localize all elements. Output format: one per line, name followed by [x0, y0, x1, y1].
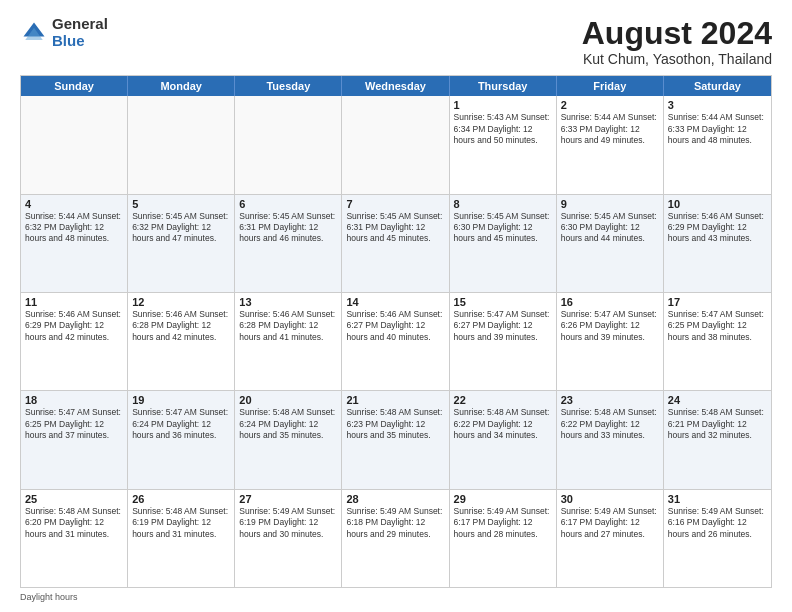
day-number: 16 [561, 296, 659, 308]
calendar-row-3: 18Sunrise: 5:47 AM Sunset: 6:25 PM Dayli… [21, 390, 771, 488]
title-block: August 2024 Kut Chum, Yasothon, Thailand [582, 16, 772, 67]
day-cell-12: 12Sunrise: 5:46 AM Sunset: 6:28 PM Dayli… [128, 293, 235, 390]
day-info: Sunrise: 5:47 AM Sunset: 6:27 PM Dayligh… [454, 309, 552, 343]
day-info: Sunrise: 5:47 AM Sunset: 6:24 PM Dayligh… [132, 407, 230, 441]
header-day-monday: Monday [128, 76, 235, 96]
day-number: 21 [346, 394, 444, 406]
day-info: Sunrise: 5:48 AM Sunset: 6:24 PM Dayligh… [239, 407, 337, 441]
calendar: SundayMondayTuesdayWednesdayThursdayFrid… [20, 75, 772, 588]
day-info: Sunrise: 5:46 AM Sunset: 6:28 PM Dayligh… [132, 309, 230, 343]
day-info: Sunrise: 5:47 AM Sunset: 6:26 PM Dayligh… [561, 309, 659, 343]
empty-cell [235, 96, 342, 193]
day-cell-23: 23Sunrise: 5:48 AM Sunset: 6:22 PM Dayli… [557, 391, 664, 488]
page-subtitle: Kut Chum, Yasothon, Thailand [582, 51, 772, 67]
calendar-row-4: 25Sunrise: 5:48 AM Sunset: 6:20 PM Dayli… [21, 489, 771, 587]
day-info: Sunrise: 5:46 AM Sunset: 6:28 PM Dayligh… [239, 309, 337, 343]
calendar-row-0: 1Sunrise: 5:43 AM Sunset: 6:34 PM Daylig… [21, 96, 771, 193]
day-cell-1: 1Sunrise: 5:43 AM Sunset: 6:34 PM Daylig… [450, 96, 557, 193]
day-number: 11 [25, 296, 123, 308]
day-info: Sunrise: 5:44 AM Sunset: 6:33 PM Dayligh… [561, 112, 659, 146]
day-info: Sunrise: 5:44 AM Sunset: 6:32 PM Dayligh… [25, 211, 123, 245]
page: General Blue August 2024 Kut Chum, Yasot… [0, 0, 792, 612]
day-cell-29: 29Sunrise: 5:49 AM Sunset: 6:17 PM Dayli… [450, 490, 557, 587]
day-number: 17 [668, 296, 767, 308]
day-cell-4: 4Sunrise: 5:44 AM Sunset: 6:32 PM Daylig… [21, 195, 128, 292]
day-cell-31: 31Sunrise: 5:49 AM Sunset: 6:16 PM Dayli… [664, 490, 771, 587]
day-number: 23 [561, 394, 659, 406]
day-number: 10 [668, 198, 767, 210]
header-day-friday: Friday [557, 76, 664, 96]
logo-icon [20, 19, 48, 47]
day-number: 12 [132, 296, 230, 308]
day-info: Sunrise: 5:49 AM Sunset: 6:19 PM Dayligh… [239, 506, 337, 540]
day-cell-7: 7Sunrise: 5:45 AM Sunset: 6:31 PM Daylig… [342, 195, 449, 292]
logo-text: General Blue [52, 16, 108, 49]
day-number: 29 [454, 493, 552, 505]
day-cell-19: 19Sunrise: 5:47 AM Sunset: 6:24 PM Dayli… [128, 391, 235, 488]
day-info: Sunrise: 5:46 AM Sunset: 6:29 PM Dayligh… [668, 211, 767, 245]
day-cell-9: 9Sunrise: 5:45 AM Sunset: 6:30 PM Daylig… [557, 195, 664, 292]
day-cell-6: 6Sunrise: 5:45 AM Sunset: 6:31 PM Daylig… [235, 195, 342, 292]
day-cell-10: 10Sunrise: 5:46 AM Sunset: 6:29 PM Dayli… [664, 195, 771, 292]
day-cell-27: 27Sunrise: 5:49 AM Sunset: 6:19 PM Dayli… [235, 490, 342, 587]
day-number: 7 [346, 198, 444, 210]
day-info: Sunrise: 5:49 AM Sunset: 6:18 PM Dayligh… [346, 506, 444, 540]
day-number: 20 [239, 394, 337, 406]
day-number: 2 [561, 99, 659, 111]
page-title: August 2024 [582, 16, 772, 51]
day-number: 14 [346, 296, 444, 308]
day-info: Sunrise: 5:48 AM Sunset: 6:23 PM Dayligh… [346, 407, 444, 441]
day-cell-25: 25Sunrise: 5:48 AM Sunset: 6:20 PM Dayli… [21, 490, 128, 587]
day-number: 15 [454, 296, 552, 308]
day-info: Sunrise: 5:48 AM Sunset: 6:19 PM Dayligh… [132, 506, 230, 540]
day-number: 5 [132, 198, 230, 210]
day-cell-24: 24Sunrise: 5:48 AM Sunset: 6:21 PM Dayli… [664, 391, 771, 488]
day-number: 26 [132, 493, 230, 505]
day-info: Sunrise: 5:45 AM Sunset: 6:30 PM Dayligh… [454, 211, 552, 245]
day-info: Sunrise: 5:45 AM Sunset: 6:32 PM Dayligh… [132, 211, 230, 245]
day-number: 18 [25, 394, 123, 406]
header-day-wednesday: Wednesday [342, 76, 449, 96]
day-cell-16: 16Sunrise: 5:47 AM Sunset: 6:26 PM Dayli… [557, 293, 664, 390]
logo-blue: Blue [52, 33, 108, 50]
day-info: Sunrise: 5:48 AM Sunset: 6:22 PM Dayligh… [454, 407, 552, 441]
day-number: 13 [239, 296, 337, 308]
empty-cell [21, 96, 128, 193]
day-number: 4 [25, 198, 123, 210]
calendar-row-1: 4Sunrise: 5:44 AM Sunset: 6:32 PM Daylig… [21, 194, 771, 292]
header-day-tuesday: Tuesday [235, 76, 342, 96]
day-cell-11: 11Sunrise: 5:46 AM Sunset: 6:29 PM Dayli… [21, 293, 128, 390]
day-info: Sunrise: 5:44 AM Sunset: 6:33 PM Dayligh… [668, 112, 767, 146]
day-number: 22 [454, 394, 552, 406]
header: General Blue August 2024 Kut Chum, Yasot… [20, 16, 772, 67]
day-number: 30 [561, 493, 659, 505]
day-info: Sunrise: 5:49 AM Sunset: 6:17 PM Dayligh… [561, 506, 659, 540]
day-cell-30: 30Sunrise: 5:49 AM Sunset: 6:17 PM Dayli… [557, 490, 664, 587]
calendar-header: SundayMondayTuesdayWednesdayThursdayFrid… [21, 76, 771, 96]
day-info: Sunrise: 5:45 AM Sunset: 6:31 PM Dayligh… [239, 211, 337, 245]
day-info: Sunrise: 5:47 AM Sunset: 6:25 PM Dayligh… [25, 407, 123, 441]
day-cell-18: 18Sunrise: 5:47 AM Sunset: 6:25 PM Dayli… [21, 391, 128, 488]
day-info: Sunrise: 5:45 AM Sunset: 6:30 PM Dayligh… [561, 211, 659, 245]
calendar-body: 1Sunrise: 5:43 AM Sunset: 6:34 PM Daylig… [21, 96, 771, 587]
day-number: 28 [346, 493, 444, 505]
header-day-saturday: Saturday [664, 76, 771, 96]
day-number: 19 [132, 394, 230, 406]
day-number: 27 [239, 493, 337, 505]
footer-note: Daylight hours [20, 592, 772, 602]
day-number: 1 [454, 99, 552, 111]
day-number: 24 [668, 394, 767, 406]
day-info: Sunrise: 5:48 AM Sunset: 6:20 PM Dayligh… [25, 506, 123, 540]
day-number: 25 [25, 493, 123, 505]
day-info: Sunrise: 5:48 AM Sunset: 6:21 PM Dayligh… [668, 407, 767, 441]
day-cell-8: 8Sunrise: 5:45 AM Sunset: 6:30 PM Daylig… [450, 195, 557, 292]
day-info: Sunrise: 5:47 AM Sunset: 6:25 PM Dayligh… [668, 309, 767, 343]
day-cell-20: 20Sunrise: 5:48 AM Sunset: 6:24 PM Dayli… [235, 391, 342, 488]
day-cell-5: 5Sunrise: 5:45 AM Sunset: 6:32 PM Daylig… [128, 195, 235, 292]
calendar-row-2: 11Sunrise: 5:46 AM Sunset: 6:29 PM Dayli… [21, 292, 771, 390]
day-number: 9 [561, 198, 659, 210]
day-cell-22: 22Sunrise: 5:48 AM Sunset: 6:22 PM Dayli… [450, 391, 557, 488]
day-info: Sunrise: 5:45 AM Sunset: 6:31 PM Dayligh… [346, 211, 444, 245]
day-info: Sunrise: 5:43 AM Sunset: 6:34 PM Dayligh… [454, 112, 552, 146]
day-cell-15: 15Sunrise: 5:47 AM Sunset: 6:27 PM Dayli… [450, 293, 557, 390]
